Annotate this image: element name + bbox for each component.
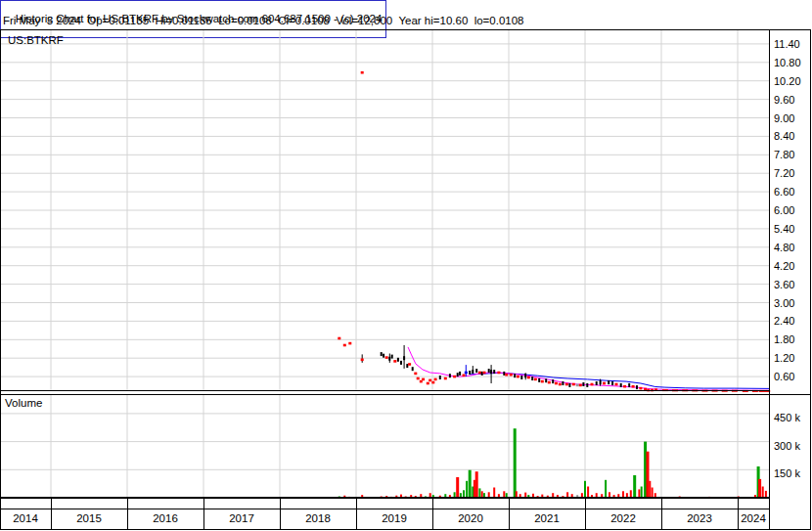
price-tick-label: 5.40 (774, 223, 794, 235)
volume-panel-label: Volume (5, 397, 42, 409)
price-tick-label: 6.00 (774, 204, 794, 216)
price-tick-label: 8.40 (774, 130, 794, 142)
historic-chart-window: Historic Chart for US:BTKRF by Stockwatc… (0, 0, 812, 531)
year-label: 2014 (4, 512, 47, 524)
year-label: 2015 (68, 512, 111, 524)
year-label: 2022 (602, 512, 645, 524)
price-tick-label: 11.40 (774, 38, 800, 50)
year-label: 2023 (678, 512, 721, 524)
price-tick-label: 1.20 (774, 352, 794, 364)
year-label: 2019 (373, 512, 416, 524)
price-tick-label: 2.40 (774, 315, 794, 327)
price-tick-label: 7.20 (774, 167, 794, 179)
price-tick-label: 0.60 (774, 371, 794, 382)
volume-tick-label: 150 k (774, 467, 800, 479)
year-label: 2020 (449, 512, 492, 524)
year-label: 2024 (732, 512, 775, 524)
year-label: 2016 (144, 512, 187, 524)
price-tick-label: 10.20 (774, 75, 801, 87)
price-tick-label: 1.80 (774, 333, 794, 345)
price-tick-label: 9.60 (774, 94, 794, 106)
price-tick-label: 9.00 (774, 112, 794, 124)
year-label: 2018 (296, 512, 339, 524)
price-tick-label: 4.80 (774, 242, 794, 253)
price-tick-label: 3.00 (774, 297, 794, 309)
chart-canvas (0, 0, 812, 531)
price-tick-label: 10.80 (774, 57, 801, 68)
price-tick-label: 3.60 (774, 279, 794, 290)
volume-tick-label: 450 k (774, 412, 800, 423)
volume-tick-label: 300 k (774, 440, 800, 452)
symbol-label: US:BTKRF (8, 34, 64, 46)
price-tick-label: 4.20 (774, 260, 794, 272)
year-label: 2021 (525, 512, 568, 524)
price-tick-label: 6.60 (774, 186, 794, 198)
price-tick-label: 7.80 (774, 149, 794, 160)
year-label: 2017 (220, 512, 263, 524)
